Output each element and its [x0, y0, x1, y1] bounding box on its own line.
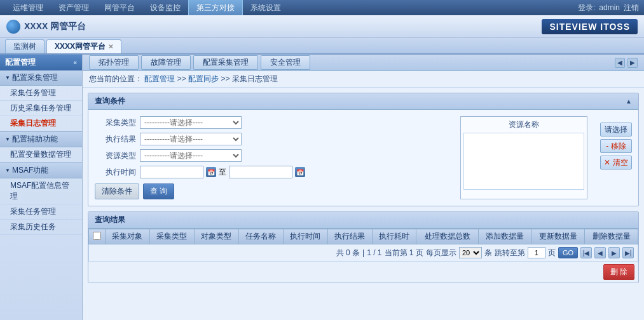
date-range-separator: 至	[219, 167, 226, 178]
label-exec-time: 执行时间	[95, 167, 136, 178]
sidebar-group-msaf: MSAF功能 MSAF配置信息管理 采集任务管理 采集历史任务	[0, 163, 82, 235]
login-label: 登录:	[578, 3, 595, 13]
sub-tab-security[interactable]: 安全管理	[261, 55, 310, 70]
clear-conditions-button[interactable]: 清除条件	[95, 183, 139, 199]
sidebar-group-aux-title[interactable]: 配置辅助功能	[0, 132, 82, 147]
logout-link[interactable]: 注销	[624, 3, 639, 13]
jump-page-input[interactable]	[528, 247, 545, 258]
form-grid: 采集类型 ----------请选择---- 执行结果 ----------请选…	[95, 116, 632, 199]
select-exec-result[interactable]: ----------请选择----	[140, 133, 242, 145]
label-resource-type: 资源类型	[95, 150, 136, 161]
tab-monitor-tree[interactable]: 监测树	[5, 39, 45, 53]
query-results-panel: 查询结果 采集对象 采集类型 对象类型 任务名称	[88, 211, 639, 283]
select-resource-type[interactable]: ----------请选择----	[140, 149, 242, 162]
tab-bar: 监测树 XXXX网管平台 ✕	[0, 38, 644, 55]
form-buttons: 清除条件 查 询	[95, 183, 448, 199]
sub-tab-topology[interactable]: 拓扑管理	[89, 55, 139, 70]
query-conditions-header[interactable]: 查询条件 ▲	[88, 93, 638, 110]
jump-label: 跳转至第	[495, 248, 525, 258]
sub-nav-prev-icon[interactable]: ◀	[615, 58, 625, 68]
exec-time-start-input[interactable]	[140, 166, 203, 178]
sub-nav-tabs: 拓扑管理 故障管理 配置采集管理 安全管理	[89, 55, 310, 70]
th-add-data: 添加数据量	[478, 229, 531, 244]
sub-tab-fault[interactable]: 故障管理	[141, 55, 191, 70]
nav-third-party[interactable]: 第三方对接	[188, 0, 243, 15]
form-row-exec-time: 执行时间 📅 至 📅	[95, 166, 448, 178]
results-table-header-row: 采集对象 采集类型 对象类型 任务名称 执行时间 执行结果 执行耗时 处理数据总…	[89, 229, 638, 244]
last-page-button[interactable]: ▶|	[622, 247, 634, 258]
label-exec-result: 执行结果	[95, 134, 136, 145]
th-exec-result: 执行结果	[327, 229, 372, 244]
sidebar-item-msaf-config[interactable]: MSAF配置信息管理	[0, 178, 82, 204]
page-size-select[interactable]: 20	[459, 247, 482, 258]
sidebar-item-msaf-collect-task[interactable]: 采集任务管理	[0, 204, 82, 220]
page-info-separator: |	[362, 248, 364, 257]
sidebar-item-collect-task[interactable]: 采集任务管理	[0, 86, 82, 101]
sidebar-group-collect: 配置采集管理 采集任务管理 历史采集任务管理 采集日志管理	[0, 70, 82, 131]
remove-resource-button[interactable]: - 移除	[600, 139, 632, 153]
content-area: 拓扑管理 故障管理 配置采集管理 安全管理 ◀ ▶ 您当前的位置： 配置管理 >…	[83, 55, 644, 320]
top-nav-items: 运维管理 资产管理 网管平台 设备监控 第三方对接 系统设置	[5, 0, 578, 15]
clear-resource-button[interactable]: ✕ 清空	[600, 156, 632, 170]
query-button[interactable]: 查 询	[143, 183, 174, 199]
nav-sys-settings[interactable]: 系统设置	[243, 0, 289, 15]
select-all-checkbox[interactable]	[93, 232, 101, 240]
tab-close-icon[interactable]: ✕	[108, 43, 113, 50]
delete-button[interactable]: 删 除	[603, 264, 634, 280]
exec-time-end-input[interactable]	[229, 166, 292, 178]
query-results-header[interactable]: 查询结果	[88, 212, 638, 229]
top-nav-right: 登录: admin 注销	[578, 3, 639, 13]
sidebar-group-collect-title[interactable]: 配置采集管理	[0, 70, 82, 86]
sidebar: 配置管理 « 配置采集管理 采集任务管理 历史采集任务管理 采集日志管理 配置辅…	[0, 55, 83, 320]
panel-toggle-icon[interactable]: ▲	[626, 98, 632, 105]
query-conditions-panel: 查询条件 ▲ 采集类型 ----------请选择----	[88, 93, 639, 206]
form-row-resource-type: 资源类型 ----------请选择----	[95, 149, 448, 162]
sidebar-item-collect-log[interactable]: 采集日志管理	[0, 116, 82, 131]
date-range-row: 📅 至 📅	[140, 166, 305, 178]
sidebar-header-icons: «	[73, 59, 77, 66]
breadcrumb-sep1: >>	[177, 74, 188, 83]
sub-navigation: 拓扑管理 故障管理 配置采集管理 安全管理 ◀ ▶	[83, 55, 644, 71]
sidebar-item-msaf-history[interactable]: 采集历史任务	[0, 220, 82, 235]
page-size-unit: 条	[484, 248, 492, 258]
go-button[interactable]: GO	[558, 247, 578, 258]
sub-tab-config-collect[interactable]: 配置采集管理	[193, 55, 258, 70]
prev-page-button[interactable]: ◀	[594, 247, 606, 258]
first-page-button[interactable]: |◀	[580, 247, 592, 258]
query-conditions-body: 采集类型 ----------请选择---- 执行结果 ----------请选…	[88, 110, 638, 206]
breadcrumb-config-sync[interactable]: 配置同步	[188, 74, 219, 83]
resource-name-label: 资源名称	[509, 119, 539, 130]
sidebar-group-msaf-title[interactable]: MSAF功能	[0, 163, 82, 178]
nav-device-monitor[interactable]: 设备监控	[142, 0, 188, 15]
results-footer: 删 除	[88, 262, 638, 283]
form-row-collect-type: 采集类型 ----------请选择----	[95, 116, 448, 129]
breadcrumb-sep2: >>	[221, 74, 231, 83]
nav-ops-mgmt[interactable]: 运维管理	[5, 0, 51, 15]
action-buttons: 请选择 - 移除 ✕ 清空	[600, 116, 632, 199]
next-page-button[interactable]: ▶	[608, 247, 620, 258]
nav-network-platform[interactable]: 网管平台	[97, 0, 142, 15]
sidebar-item-config-var[interactable]: 配置变量数据管理	[0, 147, 82, 163]
tab-monitor-tree-label: 监测树	[13, 41, 36, 52]
date-picker-start-button[interactable]: 📅	[206, 167, 216, 177]
breadcrumb-config-mgmt[interactable]: 配置管理	[144, 74, 175, 83]
tab-network-platform-label: XXXX网管平台	[55, 41, 106, 52]
sidebar-collapse-icon[interactable]: «	[73, 59, 77, 66]
select-collect-type[interactable]: ----------请选择----	[140, 116, 242, 129]
sidebar-title: 配置管理	[5, 57, 36, 68]
tab-network-platform[interactable]: XXXX网管平台 ✕	[46, 39, 121, 53]
date-picker-end-button[interactable]: 📅	[295, 167, 305, 177]
resource-name-list[interactable]	[463, 133, 584, 190]
select-resource-button[interactable]: 请选择	[600, 123, 632, 137]
sub-nav-arrows: ◀ ▶	[615, 58, 638, 68]
nav-asset-mgmt[interactable]: 资产管理	[51, 0, 97, 15]
sub-nav-next-icon[interactable]: ▶	[627, 58, 638, 68]
results-table: 采集对象 采集类型 对象类型 任务名称 执行时间 执行结果 执行耗时 处理数据总…	[88, 229, 638, 244]
resource-name-section: 资源名称	[460, 116, 587, 199]
sidebar-header: 配置管理 «	[0, 55, 82, 70]
th-total-data: 处理数据总数	[416, 229, 478, 244]
sidebar-group-aux: 配置辅助功能 配置变量数据管理	[0, 132, 82, 163]
query-results-title: 查询结果	[95, 215, 125, 225]
sidebar-item-history-collect-task[interactable]: 历史采集任务管理	[0, 101, 82, 116]
jump-unit: 页	[548, 248, 556, 258]
